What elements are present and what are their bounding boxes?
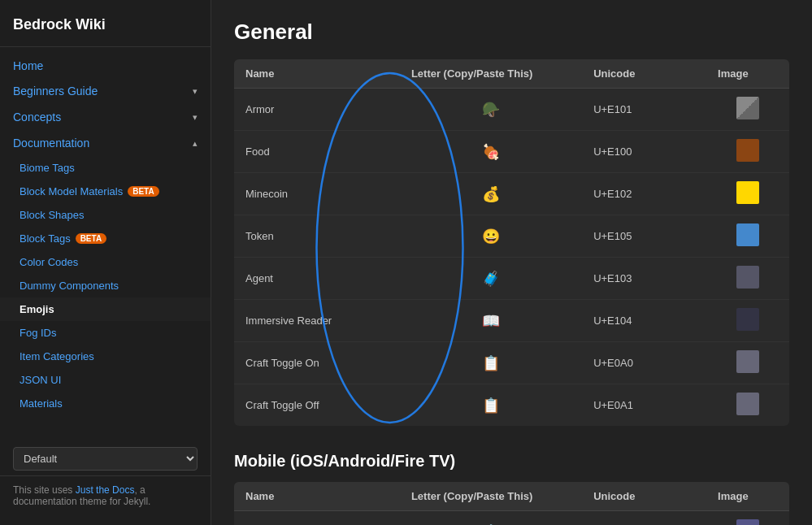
cell-name: Armor bbox=[234, 89, 400, 131]
sidebar-sub-item-item-categories[interactable]: Item Categories bbox=[0, 345, 211, 368]
general-th-letter: Letter (Copy/Paste This) bbox=[400, 59, 582, 89]
sidebar-sub-item-emojis[interactable]: Emojis bbox=[0, 297, 211, 321]
cell-name: Immersive Reader bbox=[234, 300, 400, 342]
cell-unicode: U+E102 bbox=[582, 173, 706, 215]
sidebar-sub-item-block-model-materials[interactable]: Block Model MaterialsBETA bbox=[0, 180, 211, 203]
sidebar-sub-item-block-tags[interactable]: Block TagsBETA bbox=[0, 227, 211, 250]
sidebar-item-concepts[interactable]: Concepts ▾ bbox=[0, 104, 211, 130]
table-row: Minecoin💰U+E102 bbox=[234, 173, 789, 215]
mobile-section-title: Mobile (iOS/Android/Fire TV) bbox=[234, 452, 789, 471]
letter-emoji: 🧳 bbox=[411, 270, 571, 288]
cell-image bbox=[706, 89, 789, 131]
sidebar-item-beginners-guide[interactable]: Beginners Guide ▾ bbox=[0, 78, 211, 104]
concepts-chevron: ▾ bbox=[193, 112, 198, 123]
sidebar-badge: BETA bbox=[128, 186, 158, 197]
sidebar-badge: BETA bbox=[76, 233, 106, 244]
cell-name: Jump bbox=[234, 511, 400, 526]
item-icon bbox=[736, 181, 759, 204]
cell-unicode: U+E0A1 bbox=[582, 384, 706, 427]
item-icon bbox=[736, 223, 759, 246]
sidebar-sub-item-label: Item Categories bbox=[20, 350, 94, 362]
sidebar-sub-item-label: JSON UI bbox=[20, 374, 61, 386]
mobile-th-image: Image bbox=[706, 482, 789, 511]
letter-emoji: 📖 bbox=[411, 312, 571, 330]
cell-image bbox=[706, 215, 789, 258]
cell-letter: 💰 bbox=[400, 173, 582, 215]
concepts-label: Concepts bbox=[13, 111, 61, 124]
sidebar-sub-item-biome-tags[interactable]: Biome Tags bbox=[0, 156, 211, 180]
cell-name: Token bbox=[234, 215, 400, 258]
cell-letter: 🧳 bbox=[400, 258, 582, 300]
sidebar-sub-item-materials[interactable]: Materials bbox=[0, 392, 211, 415]
cell-unicode: U+E103 bbox=[582, 258, 706, 300]
general-table: Name Letter (Copy/Paste This) Unicode Im… bbox=[234, 59, 789, 426]
cell-name: Minecoin bbox=[234, 173, 400, 215]
item-icon bbox=[736, 308, 759, 331]
main-wrapper: General Name Letter (Copy/Paste This) Un… bbox=[211, 0, 812, 525]
sidebar-sub-item-label: Block Shapes bbox=[20, 209, 85, 221]
table-row: Food🍖U+E100 bbox=[234, 131, 789, 173]
sidebar-item-home-label: Home bbox=[13, 59, 43, 72]
sidebar-sub-item-block-shapes[interactable]: Block Shapes bbox=[0, 203, 211, 227]
item-icon bbox=[736, 266, 759, 289]
sidebar-sub-item-label: Materials bbox=[20, 397, 63, 410]
sidebar-item-home[interactable]: Home bbox=[0, 54, 211, 78]
cell-unicode: U+E104 bbox=[582, 300, 706, 342]
sidebar-item-documentation[interactable]: Documentation ▴ bbox=[0, 130, 211, 156]
sidebar-nav: Home Beginners Guide ▾ Concepts ▾ Docume… bbox=[0, 47, 211, 440]
cell-image bbox=[706, 173, 789, 215]
sidebar-sub-item-json-ui[interactable]: JSON UI bbox=[0, 368, 211, 392]
general-th-name: Name bbox=[234, 59, 400, 89]
cell-name: Food bbox=[234, 131, 400, 173]
mobile-table-header-row: Name Letter (Copy/Paste This) Unicode Im… bbox=[234, 482, 789, 511]
sidebar-sub-item-fog-ids[interactable]: Fog IDs bbox=[0, 321, 211, 345]
table-row: Token😀U+E105 bbox=[234, 215, 789, 258]
cell-image bbox=[706, 258, 789, 300]
cell-unicode: U+E101 bbox=[582, 89, 706, 131]
sidebar-sub-item-label: Dummy Components bbox=[20, 280, 119, 292]
cell-letter: 🪖 bbox=[400, 89, 582, 131]
table-row: Armor🪖U+E101 bbox=[234, 89, 789, 131]
cell-unicode: U+E0A0 bbox=[582, 342, 706, 384]
table-row: Jump📋U+E084 bbox=[234, 511, 789, 526]
item-icon bbox=[736, 519, 759, 525]
table-row: Immersive Reader📖U+E104 bbox=[234, 300, 789, 342]
item-icon bbox=[736, 393, 759, 415]
cell-name: Craft Toggle Off bbox=[234, 384, 400, 427]
letter-emoji: 📋 bbox=[411, 397, 571, 414]
sidebar-sub-item-label: Color Codes bbox=[20, 256, 78, 268]
mobile-table-header: Name Letter (Copy/Paste This) Unicode Im… bbox=[234, 482, 789, 511]
sidebar-sub-item-label: Block Model Materials bbox=[20, 185, 123, 197]
letter-emoji: 🪖 bbox=[411, 101, 571, 119]
footer-link[interactable]: Just the Docs bbox=[76, 484, 135, 496]
table-row: Agent🧳U+E103 bbox=[234, 258, 789, 300]
beginners-guide-chevron: ▾ bbox=[193, 86, 198, 97]
cell-letter: 📖 bbox=[400, 300, 582, 342]
general-table-body: Armor🪖U+E101Food🍖U+E100Minecoin💰U+E102To… bbox=[234, 89, 789, 427]
item-icon bbox=[736, 350, 759, 373]
letter-emoji: 💰 bbox=[411, 185, 571, 203]
table-row: Craft Toggle On📋U+E0A0 bbox=[234, 342, 789, 384]
item-icon bbox=[736, 139, 759, 162]
main-content: General Name Letter (Copy/Paste This) Un… bbox=[211, 0, 812, 525]
theme-select[interactable]: Default bbox=[13, 447, 198, 471]
footer-text: This site uses bbox=[13, 484, 76, 496]
cell-name: Craft Toggle On bbox=[234, 342, 400, 384]
sidebar-sub-item-label: Fog IDs bbox=[20, 327, 57, 339]
sidebar-sub-item-dummy-components[interactable]: Dummy Components bbox=[0, 274, 211, 297]
mobile-th-unicode: Unicode bbox=[582, 482, 706, 511]
cell-letter: 📋 bbox=[400, 342, 582, 384]
cell-unicode: U+E084 bbox=[582, 511, 706, 526]
sidebar-sub-items: Biome TagsBlock Model MaterialsBETABlock… bbox=[0, 156, 211, 415]
sidebar-sub-item-color-codes[interactable]: Color Codes bbox=[0, 250, 211, 274]
general-table-header-row: Name Letter (Copy/Paste This) Unicode Im… bbox=[234, 59, 789, 89]
table-row: Craft Toggle Off📋U+E0A1 bbox=[234, 384, 789, 427]
sidebar-sub-item-label: Block Tags bbox=[20, 232, 71, 245]
cell-letter: 🍖 bbox=[400, 131, 582, 173]
general-th-image: Image bbox=[706, 59, 789, 89]
sidebar-sub-item-label: Emojis bbox=[20, 303, 54, 315]
documentation-chevron: ▴ bbox=[193, 138, 198, 149]
general-th-unicode: Unicode bbox=[582, 59, 706, 89]
cell-letter: 📋 bbox=[400, 511, 582, 526]
cell-name: Agent bbox=[234, 258, 400, 300]
